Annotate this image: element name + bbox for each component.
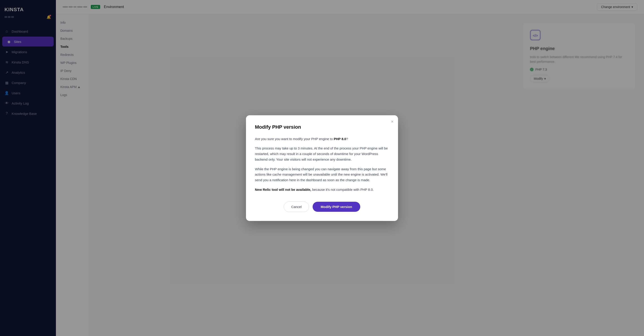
- cancel-button[interactable]: Cancel: [284, 202, 309, 212]
- modal-p1-suffix: ?: [346, 137, 348, 141]
- modal-php-version-bold: PHP 8.0: [334, 137, 346, 141]
- modal-paragraph-3: While the PHP engine is being changed yo…: [255, 166, 389, 183]
- modal-close-button[interactable]: ×: [391, 119, 394, 124]
- modal-overlay: × Modify PHP version Are you sure you wa…: [56, 0, 644, 336]
- modal-p4-suffix: because it's not compatible with PHP 8.0…: [311, 188, 374, 191]
- main-area: LIVE Environment Change environment ▾ In…: [56, 0, 644, 336]
- modal-paragraph-1: Are you sure you want to modify your PHP…: [255, 136, 389, 142]
- modify-php-modal: × Modify PHP version Are you sure you wa…: [246, 115, 398, 221]
- modal-footer: Cancel Modify PHP version: [255, 202, 389, 212]
- modal-p1-prefix: Are you sure you want to modify your PHP…: [255, 137, 334, 141]
- modal-body: Are you sure you want to modify your PHP…: [255, 136, 389, 193]
- confirm-modify-php-button[interactable]: Modify PHP version: [312, 202, 360, 212]
- modal-paragraph-4: New Relic tool will not be available, be…: [255, 187, 389, 193]
- modal-paragraph-2: This process may take up to 3 minutes. A…: [255, 146, 389, 162]
- modal-new-relic-bold: New Relic tool will not be available,: [255, 188, 311, 191]
- modal-title: Modify PHP version: [255, 124, 389, 130]
